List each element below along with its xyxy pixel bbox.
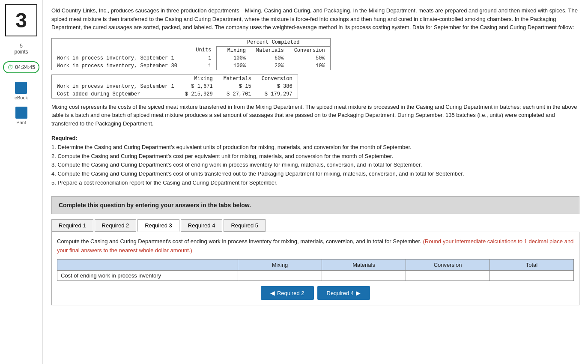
cost-row2-conversion: $ 179,297 [257, 90, 298, 98]
question-number: 3 [5, 4, 37, 36]
next-arrow-icon: ▶ [356, 289, 361, 296]
input-total[interactable] [493, 272, 570, 279]
ebook-button[interactable]: eBook [15, 82, 28, 100]
required-item-5: 5. Prepare a cost reconciliation report … [51, 179, 579, 188]
required-title: Required: [51, 135, 78, 141]
cost-table: Mixing Materials Conversion Work in proc… [51, 75, 298, 98]
main-content: Old Country Links, Inc., produces sausag… [43, 0, 588, 364]
percent-row1-conversion: 50% [289, 54, 331, 62]
print-label: Print [16, 120, 26, 125]
ebook-label: eBook [15, 95, 28, 100]
cost-col-conversion: Conversion [257, 75, 298, 83]
narrative-text: Mixing cost represents the costs of the … [51, 103, 579, 128]
required-section: Required: 1. Determine the Casing and Cu… [51, 134, 579, 188]
cost-row2-mixing: $ 215,929 [179, 90, 218, 98]
complete-text: Complete this question by entering your … [59, 202, 251, 209]
col-header-label [57, 260, 238, 271]
cost-row2-label: Cost added during September [52, 90, 179, 98]
percent-row1-materials: 60% [251, 54, 289, 62]
percent-row1-mixing: 100% [217, 54, 251, 62]
input-total-cell[interactable] [490, 271, 574, 281]
answer-row: Cost of ending work in process inventory [57, 271, 574, 281]
print-icon [15, 107, 27, 119]
sidebar: 3 5 points ⏱ 04:24:45 eBook Print [0, 0, 43, 364]
percent-row1-label: Work in process inventory, September 1 [52, 54, 182, 62]
answer-section: Mixing Materials Conversion Total Cost o… [57, 259, 574, 281]
cost-col-materials: Materials [218, 75, 257, 83]
print-button[interactable]: Print [15, 107, 27, 125]
timer-badge: ⏱ 04:24:45 [3, 61, 39, 73]
percent-row2-units: 1 [182, 62, 217, 70]
percent-row2-materials: 20% [251, 62, 289, 70]
col-materials: Materials [251, 46, 289, 54]
tab3-instruction: Compute the Casing and Curing Department… [57, 237, 574, 255]
tab-required3[interactable]: Required 3 [137, 219, 179, 232]
percent-completed-section: Percent Completed Units Mixing Materials… [51, 38, 579, 98]
next-button-label: Required 4 [327, 290, 354, 296]
prev-button[interactable]: ◀ Required 2 [261, 286, 314, 300]
tab-required1[interactable]: Required 1 [51, 219, 93, 232]
col-header-conversion: Conversion [406, 260, 490, 271]
nav-buttons: ◀ Required 2 Required 4 ▶ [57, 286, 574, 300]
input-mixing[interactable] [242, 272, 318, 279]
required-item-2: 2. Compute the Casing and Curing Departm… [51, 152, 579, 161]
percent-completed-header: Percent Completed [217, 38, 330, 46]
percent-table: Percent Completed Units Mixing Materials… [51, 38, 331, 70]
tab3-instruction-main: Compute the Casing and Curing Department… [57, 238, 421, 245]
complete-box: Complete this question by entering your … [51, 196, 579, 214]
cost-row1-label: Work in process inventory, September 1 [52, 83, 179, 90]
col-header-total: Total [490, 260, 574, 271]
col-units: Units [182, 46, 217, 54]
input-conversion[interactable] [409, 272, 486, 279]
tab-required4[interactable]: Required 4 [181, 219, 223, 232]
cost-row1-mixing: $ 1,671 [179, 83, 218, 90]
answer-table: Mixing Materials Conversion Total Cost o… [57, 259, 574, 281]
tab3-content: Compute the Casing and Curing Department… [51, 232, 579, 306]
tab-required5[interactable]: Required 5 [224, 219, 266, 232]
cost-col-mixing: Mixing [179, 75, 218, 83]
cost-row2-materials: $ 27,701 [218, 90, 257, 98]
points-section: 5 points [14, 43, 28, 55]
percent-row2-label: Work in process inventory, September 30 [52, 62, 182, 70]
next-button[interactable]: Required 4 ▶ [317, 286, 370, 300]
input-conversion-cell[interactable] [406, 271, 490, 281]
tab-required2[interactable]: Required 2 [95, 219, 137, 232]
input-mixing-cell[interactable] [238, 271, 322, 281]
col-header-materials: Materials [322, 260, 406, 271]
prev-button-label: Required 2 [277, 290, 304, 296]
col-mixing: Mixing [217, 46, 251, 54]
ebook-icon [15, 82, 27, 94]
col-conversion: Conversion [289, 46, 331, 54]
tabs-bar: Required 1 Required 2 Required 3 Require… [51, 219, 579, 232]
col-header-mixing: Mixing [238, 260, 322, 271]
prev-arrow-icon: ◀ [270, 289, 275, 296]
input-materials-cell[interactable] [322, 271, 406, 281]
timer-value: 04:24:45 [15, 64, 35, 70]
required-item-1: 1. Determine the Casing and Curing Depar… [51, 143, 579, 152]
required-item-3: 3. Compute the Casing and Curing Departm… [51, 161, 579, 170]
input-materials[interactable] [325, 272, 402, 279]
cost-row1-conversion: $ 386 [257, 83, 298, 90]
percent-row2-conversion: 10% [289, 62, 331, 70]
row-label: Cost of ending work in process inventory [57, 271, 238, 281]
points-label: points [14, 49, 28, 55]
percent-row1-units: 1 [182, 54, 217, 62]
required-item-4: 4. Compute the Casing and Curing Departm… [51, 170, 579, 179]
cost-row1-materials: $ 15 [218, 83, 257, 90]
percent-row2-mixing: 100% [217, 62, 251, 70]
points-value: 5 [20, 43, 23, 49]
timer-icon: ⏱ [7, 64, 13, 71]
problem-text: Old Country Links, Inc., produces sausag… [51, 6, 579, 32]
